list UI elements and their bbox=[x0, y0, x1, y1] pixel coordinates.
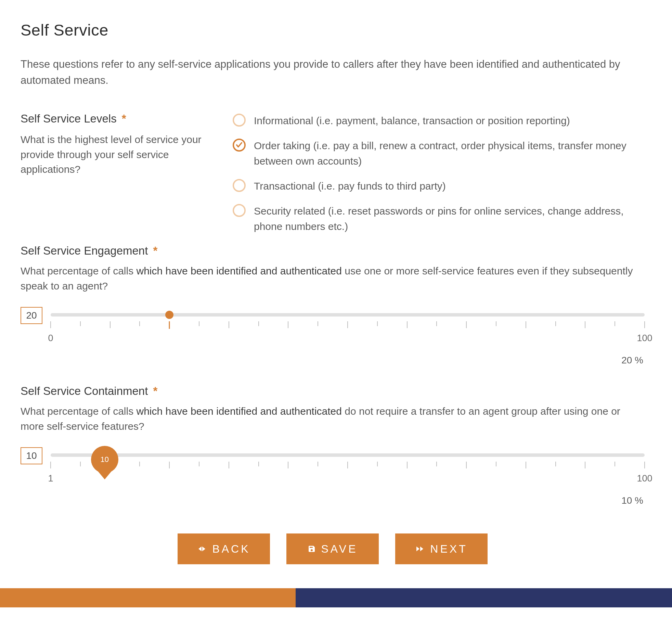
required-star-icon: * bbox=[153, 385, 158, 397]
intro-text: These questions refer to any self-servic… bbox=[21, 57, 645, 88]
engagement-slider[interactable] bbox=[51, 313, 645, 317]
range-max: 100 bbox=[637, 333, 652, 344]
radio-circle-icon bbox=[233, 179, 246, 192]
radio-label: Informational (i.e. payment, balance, tr… bbox=[254, 113, 570, 128]
slider-thumb[interactable] bbox=[165, 311, 173, 319]
next-button[interactable]: NEXT bbox=[395, 534, 488, 564]
radio-label: Order taking (i.e. pay a bill, renew a c… bbox=[254, 138, 645, 169]
radio-transactional[interactable]: Transactional (i.e. pay funds to third p… bbox=[233, 178, 645, 194]
containment-slider[interactable] bbox=[51, 453, 645, 457]
button-bar: BACK SAVE NEXT bbox=[21, 534, 645, 564]
footer-navy bbox=[296, 588, 672, 607]
containment-value-box[interactable]: 10 bbox=[21, 447, 43, 464]
required-star-icon: * bbox=[153, 244, 158, 257]
page-title: Self Service bbox=[21, 21, 645, 39]
section-engagement: Self Service Engagement * What percentag… bbox=[21, 244, 645, 366]
containment-ticks bbox=[51, 462, 645, 472]
footer-bar bbox=[0, 588, 672, 607]
levels-sub: What is the highest level of service you… bbox=[21, 132, 212, 177]
radio-informational[interactable]: Informational (i.e. payment, balance, tr… bbox=[233, 113, 645, 128]
radio-label: Transactional (i.e. pay funds to third p… bbox=[254, 178, 446, 194]
radio-security[interactable]: Security related (i.e. reset passwords o… bbox=[233, 203, 645, 234]
rewind-icon bbox=[197, 545, 207, 553]
levels-label: Self Service Levels * bbox=[21, 112, 212, 125]
radio-order-taking[interactable]: Order taking (i.e. pay a bill, renew a c… bbox=[233, 138, 645, 169]
radio-circle-checked-icon bbox=[233, 139, 246, 152]
engagement-label-text: Self Service Engagement bbox=[21, 244, 148, 257]
fast-forward-icon bbox=[415, 545, 424, 553]
range-min: 0 bbox=[48, 333, 53, 344]
section-levels: Self Service Levels * What is the highes… bbox=[21, 112, 645, 234]
engagement-range-labels: 0 100 bbox=[51, 333, 645, 345]
containment-sub: What percentage of calls which have been… bbox=[21, 404, 645, 433]
footer-orange bbox=[0, 588, 296, 607]
save-label: SAVE bbox=[321, 543, 358, 556]
containment-sub-bold: which have been identified and authentic… bbox=[136, 405, 342, 417]
engagement-sub-bold: which have been identified and authentic… bbox=[136, 265, 342, 276]
required-star-icon: * bbox=[122, 112, 126, 125]
engagement-value-box[interactable]: 20 bbox=[21, 307, 43, 324]
engagement-sub: What percentage of calls which have been… bbox=[21, 263, 645, 293]
radio-circle-icon bbox=[233, 204, 246, 217]
engagement-sub-pre: What percentage of calls bbox=[21, 265, 136, 276]
slider-tooltip: 10 bbox=[91, 446, 118, 473]
save-icon bbox=[308, 545, 316, 553]
engagement-pct-label: 20 % bbox=[21, 355, 645, 366]
range-min: 1 bbox=[48, 473, 53, 484]
range-max: 100 bbox=[637, 473, 652, 484]
containment-label: Self Service Containment * bbox=[21, 385, 645, 398]
containment-range-labels: 1 100 bbox=[51, 473, 645, 485]
levels-radio-list: Informational (i.e. payment, balance, tr… bbox=[233, 112, 645, 234]
containment-pct-label: 10 % bbox=[21, 495, 645, 506]
radio-circle-icon bbox=[233, 114, 246, 127]
back-button[interactable]: BACK bbox=[178, 534, 270, 564]
engagement-ticks bbox=[51, 321, 645, 332]
save-button[interactable]: SAVE bbox=[286, 534, 379, 564]
containment-sub-pre: What percentage of calls bbox=[21, 405, 136, 417]
containment-label-text: Self Service Containment bbox=[21, 385, 148, 397]
section-containment: Self Service Containment * What percenta… bbox=[21, 385, 645, 506]
back-label: BACK bbox=[212, 543, 250, 556]
radio-label: Security related (i.e. reset passwords o… bbox=[254, 203, 645, 234]
levels-label-text: Self Service Levels bbox=[21, 112, 117, 125]
engagement-label: Self Service Engagement * bbox=[21, 244, 645, 257]
next-label: NEXT bbox=[430, 543, 467, 556]
